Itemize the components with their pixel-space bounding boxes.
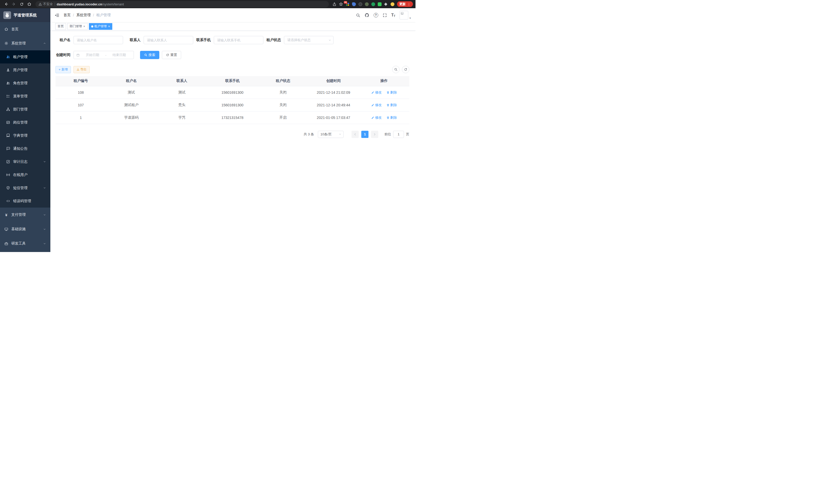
address-bar[interactable]: 不安全 dashboard.yudao.iocoder.cn/system/te… <box>35 1 329 7</box>
breadcrumb-separator: / <box>93 13 94 17</box>
tenant-name-input[interactable] <box>74 36 123 44</box>
create-time-label: 创建时间 <box>56 53 70 57</box>
close-icon[interactable]: × <box>83 25 85 28</box>
date-range-picker[interactable]: 开始日期 - 结束日期 <box>74 51 134 59</box>
edit-link[interactable]: 修改 <box>371 115 382 120</box>
sidebar-item-dict[interactable]: 字典管理 <box>0 129 50 142</box>
sidebar-item-tenant[interactable]: 租户管理 <box>0 50 50 63</box>
column-header-contact: 联系人 <box>156 76 207 86</box>
sidebar-item-label: 审计日志 <box>13 159 28 164</box>
sidebar-item-dev-tools[interactable]: 研发工具 <box>0 236 50 251</box>
extension-blue-icon[interactable] <box>352 2 356 6</box>
chevron-down-icon <box>43 160 46 163</box>
goto-page-input[interactable] <box>393 131 404 138</box>
tab-dept[interactable]: 部门管理 × <box>67 23 88 30</box>
user-icon <box>6 68 10 72</box>
profile-avatar-icon[interactable] <box>391 2 395 6</box>
browser-chrome: 不安全 dashboard.yudao.iocoder.cn/system/te… <box>0 0 416 8</box>
breadcrumb-system[interactable]: 系统管理 <box>76 13 91 18</box>
sidebar-item-menu[interactable]: 菜单管理 <box>0 90 50 103</box>
table-row: 107 测试租户 秃头 15601691300 关闭 2021-12-14 20… <box>56 99 409 111</box>
extension-dark-icon[interactable] <box>359 2 362 6</box>
browser-menu-icon[interactable]: ⋮ <box>407 2 411 6</box>
sidebar-fold-icon[interactable] <box>55 13 59 18</box>
tab-home[interactable]: 首页 <box>55 23 66 30</box>
sidebar-item-post[interactable]: 岗位管理 <box>0 116 50 129</box>
browser-forward-button[interactable] <box>10 1 18 8</box>
fullscreen-icon[interactable] <box>382 13 387 18</box>
search-icon <box>394 68 398 71</box>
avatar-image-placeholder <box>400 11 408 20</box>
sidebar-item-system[interactable]: 系统管理 <box>0 36 50 50</box>
chevron-down-icon <box>43 213 46 216</box>
prev-page-button[interactable] <box>351 131 359 138</box>
sidebar-item-home[interactable]: 首页 <box>0 22 50 36</box>
page-size-select[interactable]: 10条/页 <box>318 131 344 138</box>
toggle-search-button[interactable] <box>392 66 400 73</box>
share-icon[interactable] <box>333 2 336 6</box>
sidebar-item-role[interactable]: 角色管理 <box>0 77 50 90</box>
sidebar-item-notice[interactable]: 通知公告 <box>0 142 50 155</box>
sidebar-item-infrastructure[interactable]: 基础设施 <box>0 222 50 236</box>
download-icon <box>77 68 79 71</box>
right-toolbar <box>392 66 409 73</box>
edit-link[interactable]: 修改 <box>371 90 382 95</box>
security-warning[interactable]: 不安全 <box>38 2 53 6</box>
date-end-placeholder[interactable]: 结束日期 <box>107 53 131 57</box>
add-button[interactable]: + 新增 <box>56 66 71 73</box>
browser-back-button[interactable] <box>3 1 10 8</box>
browser-actions: 10 更新 ⋮ <box>332 1 413 7</box>
refresh-table-button[interactable] <box>402 66 409 73</box>
sidebar-item-error-code[interactable]: 错误码管理 <box>0 195 50 208</box>
close-icon[interactable]: × <box>108 25 110 28</box>
sidebar-item-payment[interactable]: ¥ 支付管理 <box>0 208 50 222</box>
cell-tenant-id: 1 <box>56 111 106 124</box>
warning-triangle-icon <box>38 3 42 6</box>
cell-tenant-name: 芋道源码 <box>106 111 157 124</box>
date-separator: - <box>105 53 106 57</box>
browser-home-button[interactable] <box>26 1 33 8</box>
column-header-status: 租户状态 <box>258 76 308 86</box>
page-number-1[interactable]: 1 <box>361 131 369 138</box>
goto-label: 前往 <box>384 132 391 137</box>
extension-dots-icon[interactable]: 10 <box>346 2 349 6</box>
breadcrumb: 首页 / 系统管理 / 租户管理 <box>63 13 111 18</box>
breadcrumb-home[interactable]: 首页 <box>63 13 71 18</box>
phone-input[interactable] <box>214 36 263 44</box>
sidebar-item-sms[interactable]: 短信管理 <box>0 181 50 195</box>
sidebar-item-label: 短信管理 <box>13 186 28 190</box>
reset-button[interactable]: 重置 <box>162 51 181 59</box>
update-button[interactable]: 更新 ⋮ <box>397 1 413 7</box>
delete-link[interactable]: 删除 <box>386 90 397 95</box>
contact-input[interactable] <box>144 36 193 44</box>
extension-chat-icon[interactable] <box>378 2 381 6</box>
header-search-icon[interactable] <box>356 13 360 18</box>
search-button[interactable]: 搜索 <box>140 51 159 59</box>
sidebar-item-dept[interactable]: 部门管理 <box>0 103 50 116</box>
browser-reload-button[interactable] <box>18 1 25 8</box>
font-size-icon[interactable]: TT <box>391 13 396 18</box>
sidebar-item-audit-log[interactable]: 审计日志 <box>0 155 50 168</box>
logo-image <box>3 11 11 19</box>
tab-tenant[interactable]: 租户管理 × <box>89 23 113 30</box>
delete-link[interactable]: 删除 <box>386 103 397 108</box>
edit-link[interactable]: 修改 <box>371 103 382 108</box>
book-icon <box>6 134 10 138</box>
status-select[interactable]: 请选择租户状态 <box>284 36 334 44</box>
sidebar-item-user[interactable]: 用户管理 <box>0 63 50 77</box>
sidebar-item-online-users[interactable]: 在线用户 <box>0 168 50 181</box>
next-page-button[interactable] <box>371 131 378 138</box>
delete-link[interactable]: 删除 <box>386 115 397 120</box>
export-button[interactable]: 导出 <box>74 66 90 73</box>
extension-olive-icon[interactable] <box>365 2 369 6</box>
help-icon[interactable]: ? <box>374 13 378 18</box>
puzzle-extensions-icon[interactable] <box>384 2 388 6</box>
github-icon[interactable] <box>365 13 369 18</box>
date-start-placeholder[interactable]: 开始日期 <box>81 53 104 57</box>
cell-actions: 修改删除 <box>359 111 409 124</box>
sidebar-logo[interactable]: 芋道管理系统 <box>0 8 50 22</box>
bookmark-star-icon[interactable] <box>339 2 343 6</box>
extension-green-circle-icon[interactable] <box>371 2 375 6</box>
phone-label: 联系手机 <box>196 38 211 42</box>
user-avatar[interactable]: ▾ <box>400 11 411 20</box>
